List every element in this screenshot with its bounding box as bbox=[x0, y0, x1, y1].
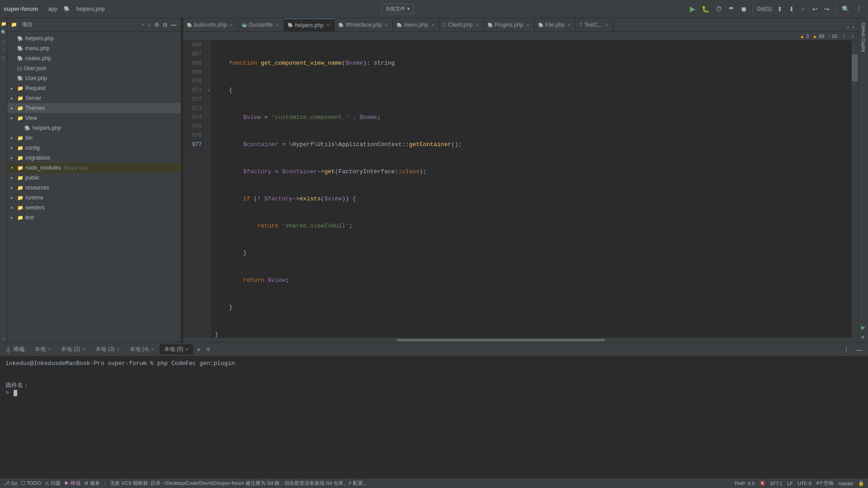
tab-close[interactable]: ✕ bbox=[228, 22, 234, 28]
problems-item[interactable]: ⚠ 问题 bbox=[45, 480, 61, 487]
tree-action-1[interactable]: ↕ bbox=[147, 21, 152, 29]
tab-close[interactable]: ✕ bbox=[384, 22, 389, 28]
terminal-side-2[interactable]: npm bbox=[4, 346, 11, 354]
term-add-btn[interactable]: + bbox=[194, 345, 203, 354]
services-item[interactable]: ⚙ 服务 bbox=[84, 480, 100, 487]
tree-item-user-json[interactable]: {·} User.json bbox=[7, 63, 181, 73]
tree-item-resources[interactable]: 📁 resources bbox=[7, 183, 181, 193]
tree-item-themes[interactable]: 📁 Themes bbox=[7, 103, 181, 113]
git-status-item[interactable]: ⎇ Git bbox=[4, 480, 17, 486]
tree-item-test[interactable]: 📁 test bbox=[7, 213, 181, 223]
term-close-btn[interactable]: — bbox=[854, 345, 864, 355]
term-tab-close[interactable]: ✕ bbox=[151, 347, 154, 352]
tree-action-2[interactable]: ⚙ bbox=[153, 21, 160, 29]
terminal-item[interactable]: ▶ 终端 bbox=[64, 480, 81, 487]
menu-file[interactable]: helpers.php bbox=[74, 5, 108, 13]
term-tab-local4[interactable]: 本地 (4) ✕ bbox=[125, 344, 159, 355]
github-icon[interactable]: ⊙ bbox=[2, 335, 5, 342]
code-content[interactable]: function get_component_view_name($name):… bbox=[211, 41, 852, 338]
term-tab-close[interactable]: ✕ bbox=[47, 347, 51, 352]
term-tab-close[interactable]: ✕ bbox=[82, 347, 85, 352]
tab-close[interactable]: ✕ bbox=[275, 22, 280, 28]
navigate-up-btn[interactable]: ↑ bbox=[841, 33, 846, 40]
code-scroll-area[interactable]: 966 967 968 969 970 971 972 973 974 975 … bbox=[183, 41, 852, 338]
lock-icon[interactable]: 🔒 bbox=[858, 480, 864, 486]
tab-menu[interactable]: 🐘 menu.php ✕ bbox=[393, 19, 439, 31]
tree-item-server[interactable]: 📁 Server bbox=[7, 93, 181, 103]
structure-icon[interactable]: ≡ bbox=[2, 46, 5, 53]
term-tab-local2[interactable]: 本地 (2) ✕ bbox=[57, 344, 90, 355]
git-revert-btn[interactable]: ↪ bbox=[822, 4, 832, 14]
tab-scroll-right[interactable]: › bbox=[851, 23, 856, 31]
menu-app[interactable]: app bbox=[46, 5, 60, 13]
tab-close[interactable]: ✕ bbox=[474, 22, 480, 28]
navigate-down-btn[interactable]: ↓ bbox=[850, 33, 855, 40]
tab-testc[interactable]: T TestC... ✕ bbox=[576, 19, 614, 31]
tree-item-menu-php[interactable]: 🐘 menu.php bbox=[7, 43, 181, 53]
search-btn[interactable]: 🔍 bbox=[840, 4, 852, 14]
tab-close[interactable]: ✕ bbox=[325, 22, 331, 28]
run-button[interactable]: ▶ bbox=[688, 3, 697, 14]
tree-close[interactable]: — bbox=[170, 21, 177, 29]
github-copilot-label[interactable]: GitHub Copilot bbox=[860, 20, 867, 55]
right-edge-scrollbar[interactable] bbox=[852, 41, 858, 338]
h-scrollbar-thumb[interactable] bbox=[397, 339, 605, 341]
tree-item-bin[interactable]: 📁 bin bbox=[7, 133, 181, 143]
tab-build-info[interactable]: 🐘 build-info.php ✕ bbox=[183, 19, 238, 31]
tree-item-config[interactable]: 📁 config bbox=[7, 143, 181, 153]
terminal-content[interactable]: inkedus@InkedusdeMacBook-Pro super-forum… bbox=[0, 356, 868, 478]
tree-item-helpers-php-sub[interactable]: 🐘 helpers.php bbox=[7, 123, 181, 133]
debug-button[interactable]: 🐛 bbox=[699, 4, 711, 14]
tree-item-public[interactable]: 📁 public bbox=[7, 173, 181, 183]
tab-file[interactable]: 🐘 File.php ✕ bbox=[535, 19, 576, 31]
more-btn[interactable]: ⋮ bbox=[854, 4, 864, 14]
tree-item-node-modules[interactable]: 📁 node_modules library root bbox=[7, 163, 181, 173]
term-menu-btn[interactable]: ⋮ bbox=[841, 345, 852, 355]
scrollbar-track[interactable] bbox=[852, 41, 858, 338]
term-icon[interactable]: ⊕ bbox=[204, 346, 212, 352]
git-update-btn[interactable]: ⬆ bbox=[775, 4, 785, 14]
indent[interactable]: 4个空格 bbox=[816, 480, 834, 487]
tree-item-seeders[interactable]: 📁 seeders bbox=[7, 203, 181, 213]
folder-icon[interactable]: 📁 bbox=[1, 20, 6, 28]
vcs-icon[interactable]: ⎇ bbox=[1, 37, 6, 45]
todo-item[interactable]: ☐ TODO bbox=[21, 480, 41, 486]
right-icon-green[interactable]: ▶ bbox=[860, 323, 866, 332]
tab-close[interactable]: ✕ bbox=[566, 22, 572, 28]
git-tool-icon[interactable]: G bbox=[2, 54, 5, 62]
tab-close[interactable]: ✕ bbox=[604, 22, 610, 28]
git-history-btn[interactable]: ↩ bbox=[810, 4, 820, 14]
term-tab-local1[interactable]: 本地 ✕ bbox=[30, 344, 56, 355]
tree-item-helpers-php[interactable]: 🐘 helpers.php bbox=[7, 33, 181, 43]
cursor-position[interactable]: 977:1 bbox=[770, 481, 783, 486]
term-tab-local3[interactable]: 本地 (3) ✕ bbox=[91, 344, 124, 355]
term-tab-close[interactable]: ✕ bbox=[116, 347, 120, 352]
tab-close[interactable]: ✕ bbox=[430, 22, 436, 28]
tree-item-routes-php[interactable]: 🐘 routes.php bbox=[7, 53, 181, 63]
tree-item-runtime[interactable]: 📁 runtime bbox=[7, 193, 181, 203]
line-ending[interactable]: LF bbox=[787, 481, 793, 486]
tab-dockerfile[interactable]: 🐳 Dockerfile ✕ bbox=[238, 19, 284, 31]
tree-item-user-php[interactable]: 🐘 User.php bbox=[7, 73, 181, 83]
scrollbar-thumb[interactable] bbox=[852, 54, 858, 81]
tab-helpers[interactable]: 🐘 helpers.php ✕ bbox=[284, 19, 335, 31]
tree-item-view[interactable]: 📁 View bbox=[7, 113, 181, 123]
profile-button[interactable]: ⏱ bbox=[713, 4, 724, 14]
current-file-btn[interactable]: 当前文件 ▾ bbox=[381, 4, 414, 14]
tab-close[interactable]: ✕ bbox=[525, 22, 531, 28]
search-icon[interactable]: 🔍 bbox=[1, 28, 6, 36]
php-version[interactable]: PHP: 8.0 bbox=[735, 481, 755, 486]
vcs-warning[interactable]: 无效 VCS 根映射: 目录 ~/Desktop/Code/Dev/sf2/su… bbox=[110, 480, 367, 487]
encoding[interactable]: UTF-8 bbox=[797, 481, 811, 486]
git-commit-btn[interactable]: ✓ bbox=[798, 4, 808, 14]
stop-button[interactable]: ⏹ bbox=[738, 4, 749, 14]
coverage-button[interactable]: ☂ bbox=[726, 4, 736, 14]
tree-item-request[interactable]: 📁 Request bbox=[7, 83, 181, 93]
tree-collapse[interactable]: ⊟ bbox=[162, 21, 168, 29]
branch[interactable]: master bbox=[838, 481, 854, 486]
tree-item-migrations[interactable]: 📁 migrations bbox=[7, 153, 181, 163]
horizontal-scrollbar[interactable] bbox=[183, 338, 858, 342]
tab-itf-interface[interactable]: 🐘 ItfInterface.php ✕ bbox=[335, 19, 393, 31]
term-tab-local5[interactable]: 本地 (5) ✕ bbox=[160, 344, 193, 355]
git-push-btn[interactable]: ⬇ bbox=[787, 4, 797, 14]
